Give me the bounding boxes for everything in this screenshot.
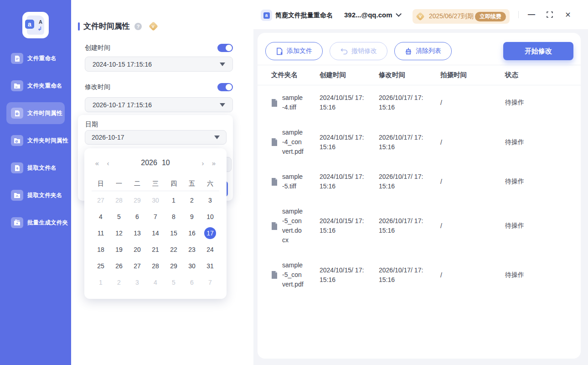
- calendar-day[interactable]: 7: [201, 274, 219, 291]
- calendar-day[interactable]: 1: [92, 274, 110, 291]
- calendar-day[interactable]: 12: [110, 225, 128, 241]
- calendar-day[interactable]: 29: [165, 258, 183, 274]
- calendar-day[interactable]: 6: [183, 274, 201, 291]
- date-select[interactable]: 2026-10-17: [85, 130, 227, 145]
- clear-list-button[interactable]: 清除列表: [394, 42, 452, 60]
- calendar-day[interactable]: 27: [128, 258, 146, 274]
- calendar-day[interactable]: 19: [110, 241, 128, 258]
- created-time: 2024/10/15/ 17:15:16: [320, 172, 365, 191]
- add-files-button[interactable]: 添加文件: [265, 42, 323, 60]
- calendar-day[interactable]: 30: [183, 258, 201, 274]
- calendar-day[interactable]: 22: [165, 241, 183, 258]
- calendar-day[interactable]: 16: [183, 225, 201, 241]
- calendar-month[interactable]: 10: [162, 159, 170, 167]
- calendar-day[interactable]: 7: [146, 209, 165, 225]
- calendar-day[interactable]: 29: [128, 192, 146, 209]
- status-badge: 待操作: [505, 222, 581, 230]
- start-modify-button[interactable]: 开始修改: [503, 42, 573, 60]
- weekday-label: 五: [183, 180, 201, 188]
- modify-time-toggle[interactable]: [217, 83, 233, 91]
- sidebar-item-file-time[interactable]: 文件时间属性: [6, 102, 65, 124]
- sidebar-item-batch-create-folder[interactable]: 批量生成文件夹: [6, 212, 65, 234]
- help-icon[interactable]: ?: [134, 23, 142, 30]
- calendar-day[interactable]: 31: [201, 258, 219, 274]
- date-field-label: 日期: [85, 120, 98, 129]
- maximize-button[interactable]: [542, 7, 557, 22]
- chevron-down-icon: [396, 11, 402, 17]
- calendar-day[interactable]: 3: [201, 192, 219, 209]
- create-time-select[interactable]: 2024-10-15 17:15:16: [85, 57, 233, 72]
- calendar-day[interactable]: 8: [165, 209, 183, 225]
- created-time: 2024/10/15/ 17:15:16: [320, 216, 365, 235]
- calendar-day[interactable]: 14: [146, 225, 165, 241]
- calendar-day[interactable]: 5: [110, 209, 128, 225]
- extract-foldername-icon: [11, 190, 23, 201]
- table-row[interactable]: sample-4_convert.pdf 2024/10/15/ 17:15:1…: [258, 120, 581, 164]
- calendar-day[interactable]: 26: [110, 258, 128, 274]
- calendar-day[interactable]: 24: [201, 241, 219, 258]
- renew-button[interactable]: 立即续费: [475, 12, 506, 21]
- maximize-icon: [547, 11, 553, 18]
- sidebar-item-folder-time[interactable]: 文件夹时间属性: [6, 130, 65, 151]
- calendar-day[interactable]: 2: [110, 274, 128, 291]
- vip-icon: V: [416, 12, 425, 21]
- calendar-day[interactable]: 18: [92, 241, 110, 258]
- file-icon: [271, 138, 278, 146]
- calendar-day[interactable]: 17: [201, 225, 219, 241]
- account-menu[interactable]: 392...@qq.com: [344, 11, 400, 19]
- minimize-button[interactable]: —: [524, 7, 539, 22]
- calendar-day[interactable]: 11: [92, 225, 110, 241]
- calendar-day[interactable]: 4: [146, 274, 165, 291]
- next-year-icon[interactable]: »: [208, 159, 219, 167]
- calendar-day[interactable]: 5: [165, 274, 183, 291]
- modified-time: 2026/10/17/ 17:15:16: [379, 172, 424, 191]
- calendar-day[interactable]: 21: [146, 241, 165, 258]
- calendar-day[interactable]: 6: [128, 209, 146, 225]
- col-status: 状态: [505, 71, 581, 79]
- sidebar-item-label: 提取文件名: [27, 164, 57, 172]
- close-button[interactable]: ✕: [561, 7, 575, 22]
- created-time: 2024/10/15/ 17:15:16: [320, 93, 365, 112]
- calendar-day[interactable]: 28: [146, 258, 165, 274]
- status-badge: 待操作: [505, 271, 581, 279]
- table-row[interactable]: sample-5_convert.pdf 2024/10/15/ 17:15:1…: [258, 253, 581, 297]
- weekday-label: 四: [165, 180, 183, 188]
- sidebar-item-extract-filename[interactable]: 提取文件名: [6, 157, 65, 179]
- modify-time-select[interactable]: 2026-10-17 17:15:16: [85, 97, 233, 112]
- calendar-grid: 2728293012345678910111213141516171819202…: [92, 192, 219, 291]
- prev-year-icon[interactable]: «: [92, 159, 103, 167]
- calendar-day[interactable]: 27: [92, 192, 110, 209]
- table-row[interactable]: sample-5.tiff 2024/10/15/ 17:15:16 2026/…: [258, 164, 581, 199]
- calendar-day[interactable]: 13: [128, 225, 146, 241]
- calendar-day[interactable]: 23: [183, 241, 201, 258]
- create-time-toggle[interactable]: [217, 44, 233, 52]
- calendar-day[interactable]: 15: [165, 225, 183, 241]
- calendar-year-month[interactable]: 2026 10: [113, 159, 197, 167]
- sidebar-item-file-rename[interactable]: 文件重命名: [6, 47, 65, 69]
- modified-time: 2026/10/17/ 17:15:16: [379, 93, 424, 112]
- calendar-day[interactable]: 4: [92, 209, 110, 225]
- calendar-day[interactable]: 9: [183, 209, 201, 225]
- calendar-year[interactable]: 2026: [141, 159, 157, 167]
- next-month-icon[interactable]: ›: [197, 159, 208, 167]
- table-row[interactable]: sample-5_convert.docx 2024/10/15/ 17:15:…: [258, 199, 581, 253]
- prev-month-icon[interactable]: ‹: [103, 159, 113, 167]
- file-icon: [271, 222, 278, 230]
- calendar-day[interactable]: 30: [146, 192, 165, 209]
- calendar-day[interactable]: 2: [183, 192, 201, 209]
- calendar-day[interactable]: 3: [128, 274, 146, 291]
- calendar-day[interactable]: 1: [165, 192, 183, 209]
- shot-time: /: [440, 222, 505, 229]
- dropdown-caret-icon: [220, 103, 225, 107]
- sidebar-item-folder-rename[interactable]: 文件夹重命名: [6, 75, 65, 97]
- calendar-day[interactable]: 28: [110, 192, 128, 209]
- undo-button[interactable]: 撤销修改: [330, 42, 387, 60]
- app-title: 简鹿文件批量重命名: [275, 11, 333, 20]
- calendar-day[interactable]: 25: [92, 258, 110, 274]
- calendar-day[interactable]: 10: [201, 209, 219, 225]
- sidebar-item-extract-foldername[interactable]: 提取文件夹名: [6, 184, 65, 206]
- calendar-day[interactable]: 20: [128, 241, 146, 258]
- table-row[interactable]: sample-4.tiff 2024/10/15/ 17:15:16 2026/…: [258, 85, 581, 120]
- file-name: sample-5.tiff: [282, 172, 304, 191]
- status-badge: 待操作: [505, 177, 581, 186]
